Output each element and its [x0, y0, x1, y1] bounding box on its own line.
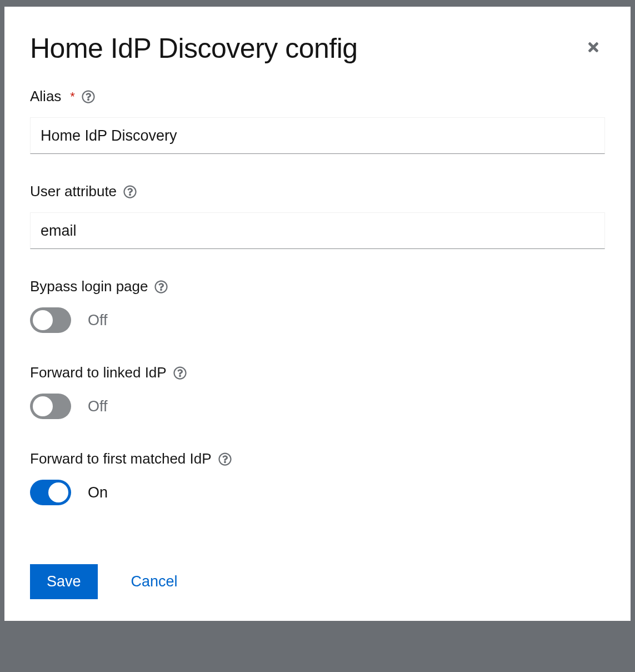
modal-actions: Save Cancel	[30, 564, 605, 599]
forward-linked-toggle[interactable]	[30, 394, 71, 419]
user-attribute-label: User attribute	[30, 183, 117, 200]
alias-input[interactable]	[30, 117, 605, 154]
help-icon[interactable]	[218, 452, 232, 466]
config-modal: Home IdP Discovery config Alias * User a…	[4, 7, 631, 621]
bypass-login-field-group: Bypass login page Off	[30, 278, 605, 333]
forward-first-state: On	[88, 484, 108, 501]
toggle-knob	[33, 310, 53, 330]
alias-field-group: Alias *	[30, 88, 605, 154]
help-icon[interactable]	[123, 185, 137, 198]
alias-label: Alias	[30, 88, 61, 105]
bypass-login-toggle[interactable]	[30, 307, 71, 333]
modal-header: Home IdP Discovery config	[30, 32, 605, 64]
forward-first-toggle[interactable]	[30, 480, 71, 505]
close-button[interactable]	[582, 36, 605, 63]
user-attribute-field-group: User attribute	[30, 183, 605, 249]
cancel-button[interactable]: Cancel	[131, 573, 178, 590]
help-icon[interactable]	[154, 280, 168, 293]
modal-title: Home IdP Discovery config	[30, 32, 358, 64]
bypass-login-label: Bypass login page	[30, 278, 148, 295]
help-icon[interactable]	[173, 366, 187, 380]
close-icon	[586, 41, 601, 58]
help-icon[interactable]	[82, 90, 95, 103]
save-button[interactable]: Save	[30, 564, 98, 599]
toggle-knob	[33, 396, 53, 416]
toggle-knob	[48, 482, 68, 502]
required-indicator: *	[70, 89, 75, 104]
forward-linked-label: Forward to linked IdP	[30, 364, 167, 381]
bypass-login-state: Off	[88, 312, 108, 329]
user-attribute-input[interactable]	[30, 212, 605, 249]
forward-linked-state: Off	[88, 398, 108, 415]
forward-linked-field-group: Forward to linked IdP Off	[30, 364, 605, 419]
forward-first-field-group: Forward to first matched IdP On	[30, 450, 605, 505]
forward-first-label: Forward to first matched IdP	[30, 450, 212, 467]
